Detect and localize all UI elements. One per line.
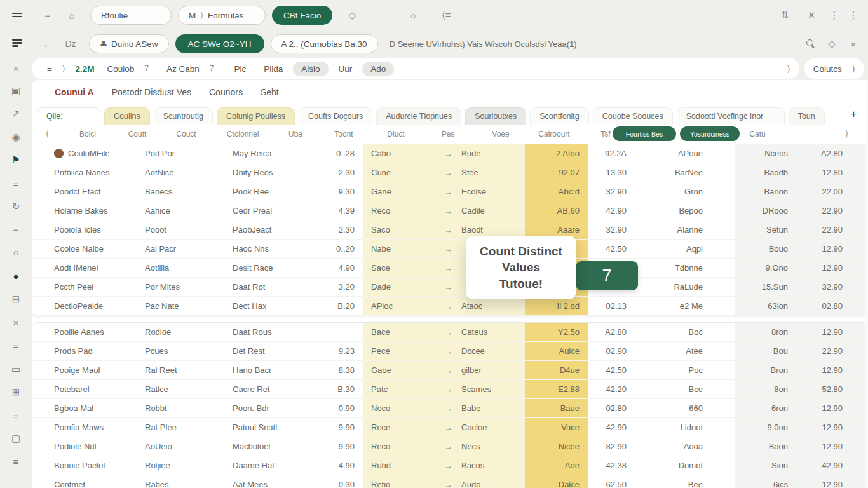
scissors-icon[interactable]: ✕ <box>802 10 821 21</box>
column-header-8[interactable]: Pes <box>442 130 455 139</box>
sheet-tab-9[interactable]: Couobe Soouces <box>593 107 673 125</box>
column-header-6[interactable]: Toont <box>334 130 353 139</box>
formulas-tab-pill[interactable]: M ⟩ Formulas <box>178 6 266 25</box>
menu-item-2[interactable]: Postodt Disdust Ves <box>112 87 191 97</box>
menu-item-3[interactable]: Counors <box>209 87 243 97</box>
sheet-tab-10[interactable]: Sodoottl Vocfingc Inor <box>677 107 785 125</box>
kebab-icon[interactable]: ⋮ <box>844 10 863 21</box>
formula-item-plida[interactable]: Plida <box>264 64 283 74</box>
table-row[interactable]: Bonoie PaelotRoljieeDaame Hat4.90Ruhd→Ba… <box>32 456 868 475</box>
chevron-right-icon[interactable]: ⟩ <box>787 64 790 74</box>
minus-icon[interactable]: − <box>13 223 19 236</box>
sheet-tab-1[interactable]: Qlle; <box>37 107 100 125</box>
header-pill-2[interactable]: Yosurdciness <box>680 126 740 141</box>
header-pill-1[interactable]: Fourtiss Bes <box>613 126 676 141</box>
formula-bar[interactable]: = ⟩ 2.2M Coulob 7 Az Cabn 7 Pic Plida Ai… <box>32 58 799 79</box>
browser-tab-pill[interactable]: Rfoulie <box>90 6 172 25</box>
menu-icon[interactable] <box>8 37 27 51</box>
active-sheet-button[interactable]: AC SWe O2~YH <box>175 34 264 53</box>
search-icon[interactable] <box>801 39 820 50</box>
table-row[interactable]: Prods PadPcuesDet Rest9.23Pece→DcceeAulc… <box>32 342 868 361</box>
cell-facio-button[interactable]: CBt Fácio <box>272 6 332 25</box>
column-header-3[interactable]: Couct <box>176 130 196 139</box>
window-icon[interactable]: ▢ <box>11 432 20 445</box>
menu-icon[interactable] <box>8 10 27 21</box>
record-icon[interactable]: ● <box>13 269 18 282</box>
close-icon[interactable]: × <box>13 316 19 329</box>
table-row[interactable]: Pnfbiica NanesAotNiceDnity Reos2.30Cune→… <box>32 163 868 182</box>
dropdown-caret-icon[interactable]: 7 <box>210 64 214 73</box>
close-icon[interactable]: × <box>844 39 863 50</box>
sheet-tab-3[interactable]: Scuntroutig <box>154 107 213 125</box>
table-row[interactable]: CouloMFilePod PorMay Reica0..28Cabo→Bude… <box>32 144 868 163</box>
table-row[interactable]: ContmetRabesAat Mees0.30Retio→AudoDalce6… <box>32 475 868 488</box>
close-icon[interactable]: × <box>0 64 32 74</box>
refresh-icon[interactable]: ↻ <box>12 200 20 213</box>
table-row[interactable]: Poolile AanesRodioeDaat RousBace→CateusY… <box>32 323 868 342</box>
route-icon[interactable]: ↗ <box>12 107 20 120</box>
sheet-tab-11[interactable]: Toun <box>789 107 825 125</box>
account-pill[interactable]: 👤︎ Duino ASew <box>89 34 169 53</box>
column-header-1[interactable]: Boici <box>79 130 96 139</box>
formula-item-pic[interactable]: Pic <box>234 64 247 74</box>
column-header-2[interactable]: Coutt <box>128 130 147 139</box>
column-header-7[interactable]: Diuct <box>387 130 404 139</box>
formula-item-uur[interactable]: Uur <box>339 64 353 74</box>
sheet-tab-2[interactable]: Coulins <box>104 107 150 125</box>
table-row[interactable]: Ccoloe NalbeAal PacrHaoc Nns0..20Nabe→42… <box>32 240 868 259</box>
home-icon[interactable]: ⌂ <box>62 10 81 21</box>
dz-label[interactable]: Dz <box>61 39 80 49</box>
menu-icon[interactable]: ≡ <box>13 455 19 468</box>
column-header-10[interactable]: Calroourt <box>538 130 569 139</box>
dropdown-caret-icon[interactable]: 7 <box>144 64 149 73</box>
sheet-tab-6[interactable]: Audurcie Tlopnues <box>376 107 461 125</box>
menu-icon[interactable]: ≡ <box>13 339 19 352</box>
minimize-icon[interactable]: − <box>38 10 57 21</box>
scroll-right-icon[interactable]: ⟩ <box>845 129 848 139</box>
column-header-11[interactable]: Tsf <box>600 130 610 139</box>
kebab-icon[interactable]: ⋮ <box>825 10 844 21</box>
people-icon[interactable]: ◉ <box>11 130 20 143</box>
circle-icon[interactable]: ○ <box>13 247 18 259</box>
table-row[interactable]: DectloPealdePac NateDect HaxB.20APioc→At… <box>32 297 868 316</box>
scrollbar[interactable] <box>865 80 868 488</box>
formula-item-coulob[interactable]: Coulob <box>107 64 135 74</box>
align-icon[interactable]: ≡ <box>13 177 19 189</box>
sheet-tab-4[interactable]: Colunig Pouliess <box>217 107 295 125</box>
add-sheet-icon[interactable]: + <box>851 109 857 120</box>
document-pill[interactable]: A 2.. (Cumobias Ba.30 <box>271 34 378 53</box>
circle-icon[interactable]: ○ <box>403 10 423 21</box>
table-row[interactable]: Pccth PeelPor MitesDaat Rot3.20Dade→RaLu… <box>32 278 868 297</box>
table-row[interactable]: PotebarelRatlceCacre RetB.30Patc→ScamesE… <box>32 380 868 399</box>
menu-icon[interactable]: ≡ <box>13 409 19 421</box>
back-icon[interactable]: ← <box>38 39 57 50</box>
column-header-4[interactable]: Ctolonriel <box>227 130 259 139</box>
table-row[interactable]: Podiole NdtAoUeioMacboloet9.90Reco→NecsN… <box>32 437 868 456</box>
table-row[interactable]: Bgboa MalRobbtPoon. Bdr0.90Neco→BabeBaue… <box>32 399 868 418</box>
scroll-left-icon[interactable]: ⟨ <box>46 129 49 139</box>
sheet-tab-8[interactable]: Scontfonitg <box>530 107 589 125</box>
column-header-5[interactable]: Uba <box>288 130 302 139</box>
table-row[interactable]: Poodct EtactBañecsPook Ree9.30Gane→Ecols… <box>32 182 868 201</box>
columns-segment[interactable]: Colutcs ⟩ <box>804 58 864 79</box>
code-icon[interactable]: ⟨= <box>437 10 456 21</box>
formula-pill-ado[interactable]: Ado <box>362 62 394 76</box>
frame-icon[interactable]: ▣ <box>11 84 20 97</box>
sheet-tab-5[interactable]: Coufts Doçours <box>299 107 372 125</box>
panel-icon[interactable]: ⊟ <box>12 293 20 306</box>
menu-item-4[interactable]: Seht <box>261 87 279 97</box>
sort-icon[interactable]: ⇅ <box>775 10 794 21</box>
table-row[interactable]: Pomfia MawsRat PleePatoul Snatl9.90Roce→… <box>32 418 868 437</box>
column-header-last[interactable]: Catu <box>749 130 765 139</box>
formula-item-cabn[interactable]: Az Cabn <box>166 64 200 74</box>
menu-item-1[interactable]: Counui A <box>55 87 94 97</box>
flag-icon[interactable]: ⚑ <box>11 154 20 166</box>
table-row[interactable]: Pooige MaolRal ReetHano Bacr8.38Gaoe→gil… <box>32 361 868 380</box>
sheet-tab-7[interactable]: Sourloutxes <box>465 107 526 125</box>
table-row[interactable]: Aodt IMenelAotililaDesit Race4.90Sace→Td… <box>32 259 868 278</box>
diamond-icon[interactable]: ◇ <box>822 38 841 50</box>
display-icon[interactable]: ▭ <box>11 362 20 375</box>
column-header-9[interactable]: Voee <box>492 130 509 139</box>
table-row[interactable]: Pooiola IclesPoootPaobJeact2.30Saco→Baod… <box>32 220 868 240</box>
formula-pill-aislo[interactable]: Aislo <box>293 62 328 76</box>
